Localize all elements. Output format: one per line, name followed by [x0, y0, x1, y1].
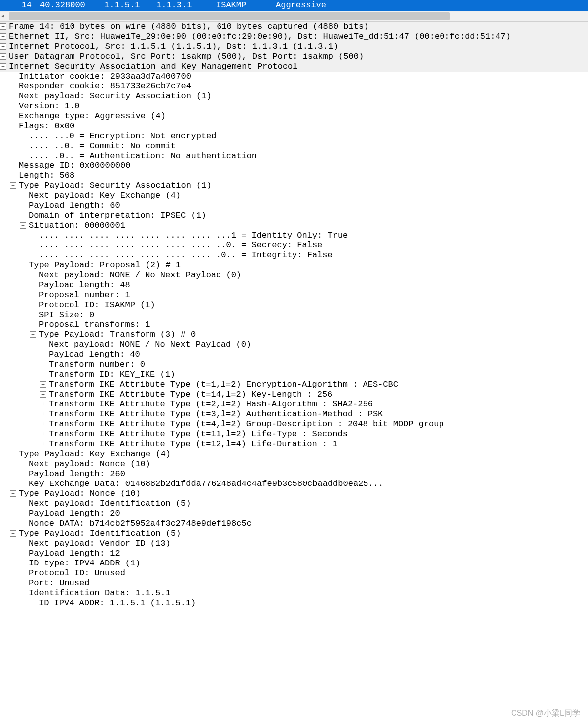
isakmp-summary[interactable]: − Internet Security Association and Key … — [0, 62, 588, 72]
isakmp-summary-text: Internet Security Association and Key Ma… — [8, 62, 298, 72]
situation-field[interactable]: .... .... .... .... .... .... .... ..0. … — [0, 241, 588, 250]
situation-field[interactable]: .... .... .... .... .... .... .... .0.. … — [0, 250, 588, 260]
flags-field[interactable]: .... ..0. = Commit: No commit — [0, 141, 588, 151]
collapse-icon[interactable]: − — [10, 123, 16, 129]
flags-field[interactable]: .... .0.. = Authentication: No authentic… — [0, 151, 588, 161]
scrollbar-thumb[interactable] — [9, 12, 450, 20]
ident-field[interactable]: Payload length: 12 — [0, 549, 588, 559]
isakmp-field[interactable]: Initiator cookie: 2933aa3d7a400700 — [0, 72, 588, 81]
proposal-field[interactable]: Proposal transforms: 1 — [0, 320, 588, 330]
col-source: 1.1.5.1 — [100, 0, 152, 10]
expand-icon[interactable]: + — [40, 401, 46, 407]
collapse-icon[interactable]: − — [30, 331, 36, 338]
col-no: 14 — [0, 0, 36, 10]
proposal-field[interactable]: Proposal number: 1 — [0, 290, 588, 300]
collapse-icon[interactable]: − — [10, 451, 16, 457]
ke-node[interactable]: −Type Payload: Key Exchange (4) — [0, 449, 588, 459]
proposal-field[interactable]: Payload length: 48 — [0, 280, 588, 290]
frame-summary-text: Frame 14: 610 bytes on wire (4880 bits),… — [8, 22, 368, 32]
nonce-field[interactable]: Next payload: Identification (5) — [0, 499, 588, 509]
ke-field[interactable]: Next payload: Nonce (10) — [0, 459, 588, 469]
flags-node[interactable]: −Flags: 0x00 — [0, 121, 588, 131]
ident-field[interactable]: Protocol ID: Unused — [0, 568, 588, 578]
transform-attr[interactable]: +Transform IKE Attribute Type (t=11,l=2)… — [0, 429, 588, 439]
collapse-icon[interactable]: − — [10, 490, 16, 497]
situation-node[interactable]: −Situation: 00000001 — [0, 221, 588, 231]
expand-icon[interactable]: + — [0, 23, 6, 30]
sa-field[interactable]: Domain of interpretation: IPSEC (1) — [0, 211, 588, 221]
ke-field[interactable]: Key Exchange Data: 0146882b2d1fdda776248… — [0, 479, 588, 489]
transform-attr[interactable]: +Transform IKE Attribute Type (t=3,l=2) … — [0, 409, 588, 419]
frame-summary[interactable]: + Frame 14: 610 bytes on wire (4880 bits… — [0, 22, 588, 32]
flags-field[interactable]: .... ...0 = Encryption: Not encrypted — [0, 131, 588, 141]
transform-field[interactable]: Payload length: 40 — [0, 350, 588, 360]
expand-icon[interactable]: + — [40, 431, 46, 437]
transform-field[interactable]: Next payload: NONE / No Next Payload (0) — [0, 340, 588, 350]
isakmp-field[interactable]: Version: 1.0 — [0, 101, 588, 111]
isakmp-field[interactable]: Length: 568 — [0, 171, 588, 181]
collapse-icon[interactable]: − — [20, 262, 26, 268]
nonce-field[interactable]: Nonce DATA: b714cb2f5952a4f3c2748e9def19… — [0, 519, 588, 529]
isakmp-field[interactable]: Message ID: 0x00000000 — [0, 161, 588, 171]
ke-field[interactable]: Payload length: 260 — [0, 469, 588, 479]
ethernet-summary-text: Ethernet II, Src: HuaweiTe_29:0e:90 (00:… — [8, 32, 511, 42]
expand-icon[interactable]: + — [0, 53, 6, 60]
expand-icon[interactable]: + — [40, 381, 46, 388]
sa-field[interactable]: Next payload: Key Exchange (4) — [0, 191, 588, 201]
transform-attr[interactable]: +Transform IKE Attribute Type (t=14,l=2)… — [0, 390, 588, 400]
proposal-field[interactable]: Protocol ID: ISAKMP (1) — [0, 300, 588, 310]
collapse-icon[interactable]: − — [10, 182, 16, 189]
expand-icon[interactable]: + — [40, 411, 46, 417]
transform-attr[interactable]: +Transform IKE Attribute Type (t=4,l=2) … — [0, 419, 588, 429]
transform-field[interactable]: Transform number: 0 — [0, 360, 588, 370]
packet-details-tree: + Frame 14: 610 bytes on wire (4880 bits… — [0, 22, 588, 608]
situation-field[interactable]: .... .... .... .... .... .... .... ...1 … — [0, 231, 588, 241]
transform-attr[interactable]: +Transform IKE Attribute Type (t=2,l=2) … — [0, 400, 588, 409]
nonce-field[interactable]: Payload length: 20 — [0, 509, 588, 519]
collapse-icon[interactable]: − — [0, 63, 6, 70]
nonce-node[interactable]: −Type Payload: Nonce (10) — [0, 489, 588, 499]
expand-icon[interactable]: + — [40, 441, 46, 447]
col-time: 40.328000 — [36, 0, 100, 10]
ident-field[interactable]: Port: Unused — [0, 578, 588, 588]
sa-field[interactable]: Payload length: 60 — [0, 201, 588, 211]
isakmp-field[interactable]: Responder cookie: 851733e26cb7c7e4 — [0, 81, 588, 91]
ident-data-field[interactable]: ID_IPV4_ADDR: 1.1.5.1 (1.1.5.1) — [0, 598, 588, 608]
ip-summary[interactable]: + Internet Protocol, Src: 1.1.5.1 (1.1.5… — [0, 42, 588, 52]
expand-icon[interactable]: + — [0, 43, 6, 50]
expand-icon[interactable]: + — [40, 421, 46, 427]
collapse-icon[interactable]: − — [20, 222, 26, 229]
proposal-field[interactable]: Next payload: NONE / No Next Payload (0) — [0, 270, 588, 280]
collapse-icon[interactable]: − — [20, 590, 26, 596]
transform-attr[interactable]: +Transform IKE Attribute Type (t=12,l=4)… — [0, 439, 588, 449]
col-info: Aggressive — [272, 0, 588, 10]
horizontal-scrollbar[interactable]: ◂ — [0, 11, 588, 22]
packet-list-selected-row[interactable]: 14 40.328000 1.1.5.1 1.1.3.1 ISAKMP Aggr… — [0, 0, 588, 11]
isakmp-field[interactable]: Exchange type: Aggressive (4) — [0, 111, 588, 121]
isakmp-field[interactable]: Next payload: Security Association (1) — [0, 91, 588, 101]
ip-summary-text: Internet Protocol, Src: 1.1.5.1 (1.1.5.1… — [8, 42, 338, 52]
transform-node[interactable]: −Type Payload: Transform (3) # 0 — [0, 330, 588, 340]
col-destination: 1.1.3.1 — [152, 0, 212, 10]
transform-attr[interactable]: +Transform IKE Attribute Type (t=1,l=2) … — [0, 380, 588, 390]
transform-field[interactable]: Transform ID: KEY_IKE (1) — [0, 370, 588, 380]
col-protocol: ISAKMP — [212, 0, 272, 10]
ident-node[interactable]: −Type Payload: Identification (5) — [0, 529, 588, 539]
proposal-field[interactable]: SPI Size: 0 — [0, 310, 588, 320]
ident-data-node[interactable]: −Identification Data: 1.1.5.1 — [0, 588, 588, 598]
udp-summary-text: User Datagram Protocol, Src Port: isakmp… — [8, 52, 364, 62]
ethernet-summary[interactable]: + Ethernet II, Src: HuaweiTe_29:0e:90 (0… — [0, 32, 588, 42]
udp-summary[interactable]: + User Datagram Protocol, Src Port: isak… — [0, 52, 588, 62]
ident-field[interactable]: Next payload: Vendor ID (13) — [0, 539, 588, 549]
proposal-node[interactable]: −Type Payload: Proposal (2) # 1 — [0, 260, 588, 270]
expand-icon[interactable]: + — [0, 33, 6, 40]
sa-node[interactable]: −Type Payload: Security Association (1) — [0, 181, 588, 191]
scroll-left-icon[interactable]: ◂ — [1, 12, 8, 20]
expand-icon[interactable]: + — [40, 391, 46, 398]
ident-field[interactable]: ID type: IPV4_ADDR (1) — [0, 559, 588, 568]
collapse-icon[interactable]: − — [10, 530, 16, 537]
